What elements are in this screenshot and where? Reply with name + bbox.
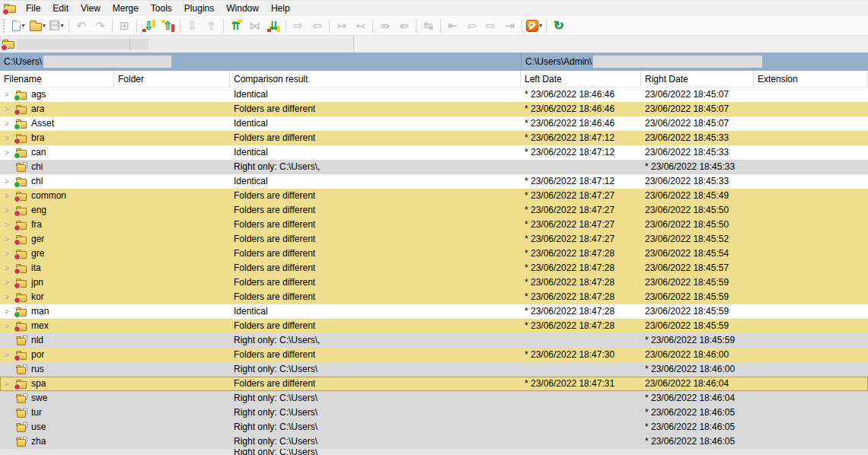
extension-cell: [754, 449, 868, 455]
table-row[interactable]: > chi Right only: C:\Users\, * 23/06/202…: [0, 160, 868, 174]
toolbar-separator: [223, 19, 224, 33]
expand-chevron-icon[interactable]: >: [5, 189, 12, 203]
copy-all-left-button[interactable]: ⇈: [226, 18, 245, 34]
prev-diff-icon: ⇦: [312, 20, 322, 31]
table-row[interactable]: > chl Identical * 23/06/2022 18:47:12 23…: [0, 174, 868, 189]
right-date-cell: 23/06/2022 18:45:50: [641, 203, 754, 218]
table-row[interactable]: > bra Folders are different * 23/06/2022…: [0, 131, 868, 145]
folder-compare-tab-icon: [2, 39, 15, 49]
table-row[interactable]: > swe Right only: C:\Users\ * 23/06/2022…: [0, 391, 868, 406]
table-row[interactable]: > ita Folders are different * 23/06/2022…: [0, 261, 868, 275]
options-button[interactable]: ▾: [525, 18, 544, 34]
table-row[interactable]: > mex Folders are different * 23/06/2022…: [0, 319, 868, 333]
expand-chevron-icon[interactable]: >: [5, 131, 12, 145]
filename-label: jpn: [31, 275, 43, 290]
table-row[interactable]: > spa Folders are different * 23/06/2022…: [0, 377, 868, 391]
column-header-folder[interactable]: Folder: [114, 71, 230, 87]
extension-cell: [754, 304, 868, 319]
expand-chevron-icon[interactable]: >: [5, 145, 12, 160]
open-icon: [30, 23, 42, 31]
table-row[interactable]: > fra Folders are different * 23/06/2022…: [0, 218, 868, 232]
expand-chevron-icon[interactable]: >: [5, 247, 12, 261]
table-row[interactable]: > eng Folders are different * 23/06/2022…: [0, 203, 868, 218]
right-date-cell: 23/06/2022 18:45:49: [641, 189, 754, 203]
menu-item-file[interactable]: File: [20, 1, 46, 16]
filename-label: can: [31, 145, 46, 160]
comparison-result-cell: Right only: C:\Users\: [230, 406, 521, 420]
table-row[interactable]: > common Folders are different * 23/06/2…: [0, 189, 868, 203]
table-row[interactable]: > jpn Folders are different * 23/06/2022…: [0, 275, 868, 290]
expand-chevron-icon[interactable]: >: [5, 174, 12, 189]
dropdown-caret-icon[interactable]: ▾: [539, 22, 542, 29]
open-button[interactable]: ▾: [28, 18, 47, 34]
filename-label: ger: [31, 232, 44, 247]
copy-right-button[interactable]: ⇩: [139, 18, 158, 34]
table-row[interactable]: > gre Folders are different * 23/06/2022…: [0, 247, 868, 261]
new-button[interactable]: ▾: [9, 18, 28, 34]
table-row[interactable]: > tur Right only: C:\Users\ * 23/06/2022…: [0, 406, 868, 420]
expand-chevron-icon[interactable]: >: [5, 203, 12, 218]
column-header-comparison-result[interactable]: Comparison result: [230, 71, 521, 87]
expand-chevron-icon[interactable]: >: [5, 348, 12, 362]
dropdown-caret-icon[interactable]: ▾: [43, 22, 46, 29]
table-row[interactable]: > rus Right only: C:\Users\ * 23/06/2022…: [0, 362, 868, 377]
table-row[interactable]: > Asset Identical * 23/06/2022 18:46:46 …: [0, 116, 868, 131]
column-header-right-date[interactable]: Right Date: [641, 71, 754, 87]
right-path-text: C:\Users\Admin\: [525, 56, 592, 67]
filename-label: zha: [31, 434, 46, 449]
folder-icon: [15, 119, 28, 129]
menu-item-help[interactable]: Help: [265, 1, 296, 16]
last-diff-button: ⇥: [500, 18, 519, 34]
expand-chevron-icon[interactable]: >: [5, 290, 12, 304]
extension-cell: [754, 218, 868, 232]
table-row[interactable]: > nld Right only: C:\Users\, * 23/06/202…: [0, 333, 868, 348]
expand-chevron-icon[interactable]: >: [5, 116, 12, 131]
expand-chevron-icon[interactable]: >: [5, 377, 12, 391]
table-row[interactable]: > por Folders are different * 23/06/2022…: [0, 348, 868, 362]
extension-cell: [754, 189, 868, 203]
table-row[interactable]: > ags Identical * 23/06/2022 18:46:46 23…: [0, 88, 868, 102]
menu-item-tools[interactable]: Tools: [145, 1, 178, 16]
menu-item-merge[interactable]: Merge: [107, 1, 145, 16]
table-row[interactable]: > zha Right only: C:\Users\ * 23/06/2022…: [0, 434, 868, 449]
menu-item-plugins[interactable]: Plugins: [178, 1, 220, 16]
folder-cell: [114, 203, 230, 218]
column-header-left-date[interactable]: Left Date: [521, 71, 641, 87]
left-path-header[interactable]: C:\Users\: [0, 52, 521, 71]
expand-chevron-icon[interactable]: >: [5, 102, 12, 116]
table-row[interactable]: > Right only: C:\Users\: [0, 449, 868, 455]
menu-item-window[interactable]: Window: [220, 1, 265, 16]
table-row[interactable]: > kor Folders are different * 23/06/2022…: [0, 290, 868, 304]
refresh-button[interactable]: ↻: [549, 18, 568, 34]
expand-chevron-icon[interactable]: >: [5, 261, 12, 275]
expand-chevron-icon[interactable]: >: [5, 88, 12, 102]
table-row[interactable]: > use Right only: C:\Users\ * 23/06/2022…: [0, 420, 868, 434]
folder-cell: [114, 145, 230, 160]
table-row[interactable]: > can Identical * 23/06/2022 18:47:12 23…: [0, 145, 868, 160]
expand-chevron-icon[interactable]: >: [5, 218, 12, 232]
right-path-header[interactable]: C:\Users\Admin\: [521, 52, 868, 71]
toolbar-separator: [69, 19, 69, 33]
column-header-extension[interactable]: Extension: [754, 71, 868, 87]
left-date-cell: * 23/06/2022 18:46:46: [521, 88, 641, 102]
filename-label: Asset: [31, 116, 54, 131]
folder-compare-tab[interactable]: [0, 36, 354, 52]
toolbar-gripper[interactable]: [3, 19, 6, 33]
expand-chevron-icon[interactable]: >: [5, 304, 12, 319]
left-date-cell: [521, 420, 641, 434]
dropdown-caret-icon[interactable]: ▾: [60, 22, 63, 29]
expand-chevron-icon[interactable]: >: [5, 275, 12, 290]
column-header-filename[interactable]: Filename: [0, 71, 114, 87]
table-row[interactable]: > ara Folders are different * 23/06/2022…: [0, 102, 868, 116]
copy-left-button[interactable]: ⇧: [158, 18, 177, 34]
dropdown-caret-icon[interactable]: ▾: [21, 22, 24, 29]
table-row[interactable]: > man Identical * 23/06/2022 18:47:28 23…: [0, 304, 868, 319]
toolbar: ▾▾▾↶↷⊞⇩⇧⇩⇧⇈⋈⇊⇨⇦↣↢⇛⇚↹⇤⇦⇨⇥▾↻: [0, 16, 868, 36]
table-row[interactable]: > ger Folders are different * 23/06/2022…: [0, 232, 868, 247]
copy-all-right-button[interactable]: ⇊: [264, 18, 283, 34]
expand-chevron-icon[interactable]: >: [5, 319, 12, 333]
menu-item-view[interactable]: View: [75, 1, 107, 16]
menu-item-edit[interactable]: Edit: [46, 1, 75, 16]
expand-chevron-icon[interactable]: >: [5, 232, 12, 247]
extension-cell: [754, 333, 868, 348]
